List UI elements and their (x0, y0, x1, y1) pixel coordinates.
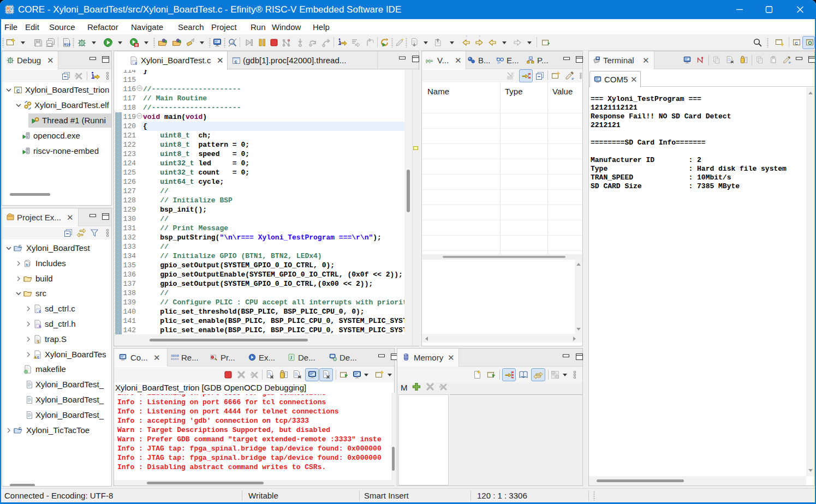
svg-text:c: c (235, 59, 237, 64)
